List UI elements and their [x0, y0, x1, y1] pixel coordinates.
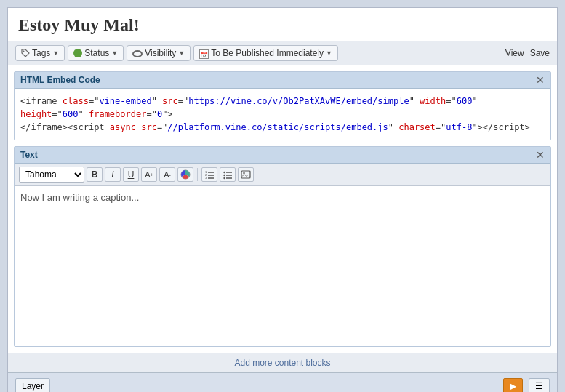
ordered-list-button[interactable]: 1 2 3 — [201, 167, 217, 182]
toolbar-separator-1 — [197, 168, 198, 181]
view-link[interactable]: View — [505, 48, 524, 58]
bold-button[interactable]: B — [87, 167, 103, 182]
bottom-right-button[interactable]: ☰ — [529, 378, 550, 393]
eye-icon — [132, 50, 143, 57]
subscript-button[interactable]: A- — [159, 167, 175, 182]
tags-button[interactable]: Tags ▼ — [15, 45, 65, 61]
bottom-action-button[interactable]: ▶ — [503, 378, 523, 393]
page-title: Estoy Muy Mal! — [18, 15, 547, 35]
code-line-2: </iframe><script async src="//platform.v… — [20, 121, 545, 134]
italic-button[interactable]: I — [105, 167, 121, 182]
bottom-right-icon: ☰ — [535, 381, 543, 391]
unordered-list-icon — [223, 169, 233, 180]
ordered-list-icon: 1 2 3 — [204, 169, 215, 180]
svg-point-11 — [223, 172, 225, 173]
text-panel-header: Text ✕ — [15, 147, 550, 164]
tags-chevron: ▼ — [52, 49, 59, 57]
publish-chevron: ▼ — [326, 49, 332, 57]
publish-button[interactable]: 📅 To Be Published Immediately ▼ — [193, 45, 338, 61]
html-embed-panel: HTML Embed Code ✕ <iframe class="vine-em… — [14, 71, 551, 140]
underline-button[interactable]: U — [123, 167, 139, 182]
calendar-icon: 📅 — [199, 49, 209, 59]
color-button[interactable] — [177, 167, 193, 182]
code-line-1: <iframe class="vine-embed" src="https://… — [20, 95, 545, 121]
text-panel: Text ✕ Tahoma B I U A+ A- — [14, 146, 551, 347]
toolbar: Tags ▼ Status ▼ Visibility ▼ 📅 To Be Pub… — [8, 41, 557, 65]
text-panel-title: Text — [20, 150, 38, 160]
svg-point-15 — [243, 172, 245, 175]
font-selector[interactable]: Tahoma — [19, 167, 84, 183]
save-button[interactable]: Save — [530, 48, 550, 58]
svg-rect-14 — [241, 171, 250, 178]
unordered-list-button[interactable] — [220, 167, 236, 182]
superscript-button[interactable]: A+ — [141, 167, 157, 182]
tag-icon — [21, 49, 30, 57]
svg-text:3: 3 — [205, 176, 207, 180]
visibility-button[interactable]: Visibility ▼ — [127, 45, 191, 61]
add-content-label: Add more content blocks — [234, 358, 330, 368]
html-panel-close[interactable]: ✕ — [536, 75, 545, 85]
text-content: Now I am writing a caption... — [20, 192, 139, 203]
html-code-area[interactable]: <iframe class="vine-embed" src="https://… — [15, 89, 550, 140]
bottom-bar: Layer ▶ ☰ — [8, 372, 557, 392]
image-button[interactable] — [238, 167, 254, 182]
editor-toolbar: Tahoma B I U A+ A- — [15, 164, 550, 186]
visibility-chevron: ▼ — [178, 49, 185, 57]
toolbar-right: View Save — [505, 48, 550, 58]
status-icon — [73, 49, 82, 57]
html-panel-header: HTML Embed Code ✕ — [15, 72, 550, 89]
status-chevron: ▼ — [111, 49, 118, 57]
svg-point-13 — [223, 177, 225, 179]
svg-point-0 — [23, 51, 25, 52]
color-wheel-icon — [180, 169, 191, 180]
bottom-action-icon: ▶ — [510, 381, 516, 391]
image-icon — [241, 169, 251, 180]
layer-button[interactable]: Layer — [15, 378, 50, 393]
text-edit-area[interactable]: Now I am writing a caption... — [15, 186, 550, 346]
text-panel-close[interactable]: ✕ — [536, 150, 545, 160]
html-panel-title: HTML Embed Code — [20, 75, 100, 85]
title-bar: Estoy Muy Mal! — [8, 8, 557, 41]
svg-point-12 — [223, 175, 225, 176]
status-button[interactable]: Status ▼ — [68, 45, 124, 61]
add-content-bar[interactable]: Add more content blocks — [8, 353, 557, 372]
layer-label: Layer — [22, 381, 44, 391]
